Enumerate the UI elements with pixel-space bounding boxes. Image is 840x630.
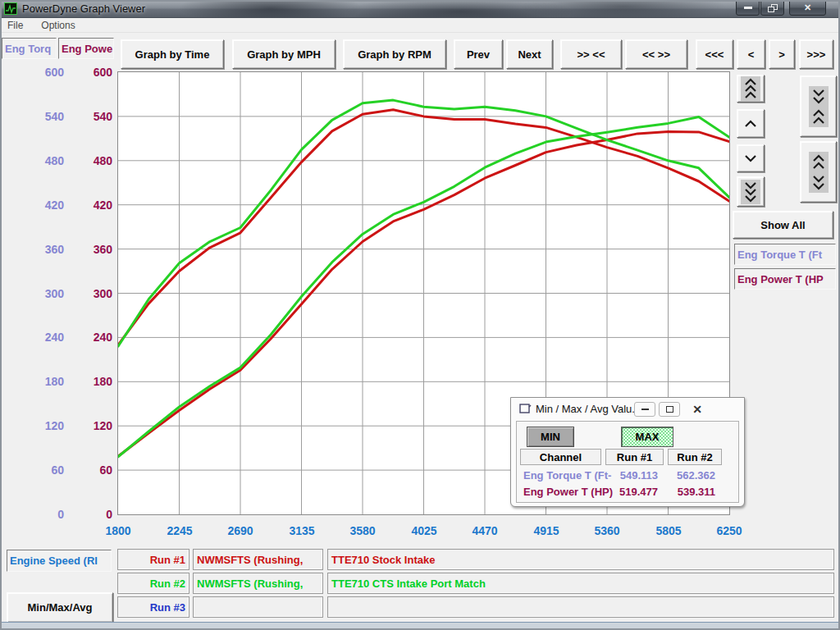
rpm-axis-tick: 4470 — [460, 524, 509, 537]
rpm-axis-tick: 5805 — [644, 524, 693, 537]
minmax-row-channel: Eng Torque T (Ft- — [523, 469, 611, 482]
power-axis-tick: 480 — [71, 153, 112, 168]
run2-column-header[interactable]: Run #2 — [668, 449, 722, 465]
minmax-window[interactable]: Min / Max / Avg Valu... ✕ MIN MAX Channe… — [510, 397, 745, 507]
chevrons-down-triple-icon — [741, 180, 760, 204]
power-axis-tick: 0 — [71, 507, 112, 522]
expand-vertical-button[interactable] — [800, 141, 837, 203]
power-axis-tick: 180 — [71, 374, 112, 389]
minmax-minimize-button[interactable] — [634, 402, 655, 417]
scroll-right-button[interactable]: > — [769, 39, 795, 69]
chevrons-expand-icon — [809, 152, 829, 193]
rpm-axis-tick: 1800 — [94, 524, 143, 537]
minmax-row-channel: Eng Power T (HP) — [523, 486, 613, 498]
menu-bar: File Options — [0, 18, 840, 33]
torque-channel-box[interactable]: Eng Torque T (Ft — [734, 244, 836, 265]
channel-column-header[interactable]: Channel — [520, 449, 601, 465]
rpm-axis-tick: 3580 — [338, 524, 387, 537]
rpm-axis-tick: 3135 — [277, 524, 326, 537]
minmax-avg-button[interactable]: Min/Max/Avg — [7, 592, 113, 623]
scroll-left-button[interactable]: < — [737, 39, 765, 69]
next-button[interactable]: Next — [506, 39, 553, 69]
graph-by-rpm-button[interactable]: Graph by RPM — [343, 39, 446, 69]
run2-file-box[interactable]: NWMSFTS (Rushing, — [193, 573, 323, 594]
restore-icon — [666, 406, 673, 413]
scale-down-fast-button[interactable] — [737, 176, 765, 207]
close-icon: ✕ — [692, 403, 702, 416]
menu-file[interactable]: File — [7, 20, 23, 31]
graph-by-time-button[interactable]: Graph by Time — [121, 39, 224, 69]
rpm-axis-tick: 4915 — [522, 524, 571, 537]
run2-label[interactable]: Run #2 — [117, 573, 189, 594]
show-all-button[interactable]: Show All — [733, 211, 833, 239]
torque-axis-tick: 600 — [23, 65, 64, 80]
run2-description-box[interactable]: TTE710 CTS Intake Port Match — [327, 573, 834, 594]
close-icon: ✕ — [804, 2, 811, 13]
minmax-row-run1-value: 549.113 — [600, 469, 658, 482]
torque-axis-tick: 300 — [23, 286, 64, 301]
scale-up-button[interactable] — [737, 109, 765, 138]
run1-column-header[interactable]: Run #1 — [605, 449, 664, 465]
chevrons-up-triple-icon — [741, 76, 760, 101]
close-button[interactable]: ✕ — [789, 0, 826, 16]
min-button[interactable]: MIN — [527, 427, 574, 447]
zoom-in-button[interactable]: >> << — [560, 39, 622, 69]
restore-icon — [768, 4, 778, 12]
scroll-far-right-button[interactable]: >>> — [799, 39, 833, 69]
power-axis-tick: 300 — [71, 286, 112, 301]
run1-file-box[interactable]: NWMSFTS (Rushing, — [193, 549, 323, 570]
app-icon — [4, 2, 17, 15]
minmax-restore-button[interactable] — [659, 402, 680, 417]
torque-axis-tick: 240 — [23, 330, 64, 345]
x-channel-box[interactable]: Engine Speed (RI — [7, 550, 112, 572]
torque-axis-tick: 540 — [23, 109, 64, 124]
scroll-far-left-button[interactable]: <<< — [696, 39, 733, 69]
power-channel-box[interactable]: Eng Power T (HP — [734, 268, 836, 290]
power-axis-tick: 600 — [71, 65, 112, 80]
torque-axis-tick: 180 — [23, 374, 64, 389]
power-axis-tick: 420 — [71, 198, 112, 212]
rpm-axis-tick: 2245 — [155, 524, 204, 537]
chevrons-compress-icon — [809, 86, 829, 127]
run1-description-box[interactable]: TTE710 Stock Intake — [327, 549, 834, 570]
restore-button[interactable] — [760, 0, 784, 16]
rpm-axis-tick: 2690 — [216, 524, 265, 537]
zoom-out-button[interactable]: << >> — [625, 39, 687, 69]
power-axis-tick: 120 — [71, 418, 112, 433]
power-axis-tick: 240 — [71, 330, 112, 345]
torque-axis-tick: 60 — [23, 463, 64, 477]
rpm-axis-tick: 6250 — [705, 524, 754, 537]
run3-file-box[interactable] — [193, 596, 323, 618]
rpm-axis-tick: 4025 — [399, 524, 449, 537]
window-bottom-frame — [0, 622, 840, 630]
torque-axis-tick: 0 — [23, 507, 64, 522]
minimize-icon — [641, 409, 649, 410]
torque-axis-tick: 120 — [23, 418, 64, 433]
power-axis-header[interactable]: Eng Powe — [58, 38, 114, 59]
power-axis-tick: 540 — [71, 109, 112, 124]
torque-axis-tick: 480 — [23, 153, 64, 168]
run1-label[interactable]: Run #1 — [117, 549, 189, 570]
graph-by-mph-button[interactable]: Graph by MPH — [232, 39, 336, 69]
max-button[interactable]: MAX — [621, 427, 673, 447]
run3-description-box[interactable] — [327, 596, 834, 618]
minimize-button[interactable] — [736, 0, 760, 16]
chevron-up-icon — [744, 120, 757, 128]
scale-down-button[interactable] — [737, 144, 765, 172]
torque-axis-header[interactable]: Eng Torq — [2, 38, 57, 59]
title-bar[interactable]: PowerDyne Graph Viewer — [0, 0, 840, 18]
window-icon — [519, 404, 532, 414]
scale-up-fast-button[interactable] — [737, 75, 765, 103]
minmax-close-button[interactable]: ✕ — [687, 402, 708, 417]
menu-options[interactable]: Options — [41, 20, 75, 31]
rpm-axis-tick: 5360 — [582, 524, 632, 537]
compress-vertical-button[interactable] — [800, 75, 837, 137]
torque-axis-tick: 420 — [23, 198, 64, 212]
minimize-icon — [744, 7, 752, 9]
minmax-row-run2-value: 562.362 — [660, 469, 715, 482]
run3-label[interactable]: Run #3 — [117, 596, 189, 618]
minmax-panel: MIN MAX Channel Run #1 Run #2 Eng Torque… — [516, 421, 739, 503]
prev-button[interactable]: Prev — [454, 39, 503, 69]
minmax-window-title: Min / Max / Avg Valu... — [536, 403, 641, 415]
power-axis-tick: 60 — [71, 463, 112, 477]
